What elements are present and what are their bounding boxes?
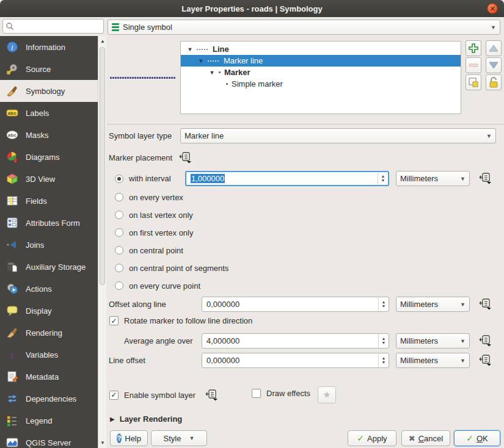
interval-spinbox[interactable]: 1,000000 ▲▼ — [185, 171, 389, 186]
expand-arrow-icon[interactable]: ▼ — [187, 46, 193, 52]
tree-row-line[interactable]: ▼ Line — [181, 43, 461, 55]
expand-arrow-icon[interactable]: ▼ — [209, 70, 215, 76]
symbol-layer-tree[interactable]: ▼ Line ▼ Marker line ▼ Marker Simple mar… — [180, 41, 461, 114]
duplicate-symbol-layer-button[interactable] — [466, 74, 481, 90]
enable-symbol-layer-row[interactable]: ✓ Enable symbol layer — [109, 389, 218, 401]
apply-button[interactable]: ✓ Apply — [348, 430, 396, 446]
radio-on-central-point[interactable]: on central point — [115, 244, 183, 256]
ok-button[interactable]: ✓ OK — [454, 430, 500, 446]
sidebar-item-dependencies[interactable]: Dependencies — [0, 388, 98, 410]
radio-on-every-curve-point[interactable]: on every curve point — [115, 280, 200, 292]
help-button[interactable]: ? Help — [110, 430, 148, 446]
sidebar-item-qgis-server[interactable]: QGIS Server — [0, 432, 98, 448]
sidebar-item-source[interactable]: Source — [0, 58, 98, 80]
scrollbar-handle[interactable] — [100, 47, 105, 285]
add-symbol-layer-button[interactable] — [466, 40, 481, 56]
svg-text:abc: abc — [8, 132, 16, 138]
expand-arrow-icon[interactable]: ▼ — [198, 58, 204, 64]
symbol-layer-type-combo[interactable]: Marker line ▼ — [180, 128, 496, 143]
search-input[interactable] — [14, 22, 103, 31]
sidebar-item-metadata[interactable]: Metadata — [0, 366, 98, 388]
radio-button-icon[interactable] — [115, 264, 123, 272]
offset-along-line-spinbox[interactable]: 0,000000 ▲▼ — [202, 297, 389, 312]
plus-icon — [468, 43, 479, 54]
chevron-down-icon: ▼ — [189, 435, 194, 441]
join-arrow-icon — [6, 239, 18, 251]
sidebar-item-masks[interactable]: abc Masks — [0, 124, 98, 146]
move-up-button[interactable] — [486, 40, 502, 56]
lock-color-button[interactable] — [486, 74, 502, 90]
symbol-type-combo[interactable]: Single symbol ▼ — [108, 20, 500, 35]
sidebar-item-attributes-form[interactable]: Attributes Form — [0, 212, 98, 234]
sidebar-item-information[interactable]: i Information — [0, 36, 98, 58]
data-defined-override-icon[interactable] — [205, 389, 218, 401]
spinner-arrows[interactable]: ▲▼ — [378, 334, 389, 348]
radio-on-every-vertex[interactable]: on every vertex — [115, 191, 183, 203]
spinner-arrows[interactable]: ▲▼ — [378, 353, 389, 367]
scroll-up-icon[interactable]: ▲ — [98, 38, 107, 44]
legend-list-icon — [6, 414, 18, 427]
style-button[interactable]: Style ▼ — [151, 430, 207, 446]
sidebar-item-variables[interactable]: ε Variables — [0, 344, 98, 366]
radio-button-icon[interactable] — [115, 246, 123, 255]
line-offset-units-combo[interactable]: Millimeters ▼ — [396, 353, 470, 368]
line-offset-spinbox[interactable]: 0,000000 ▲▼ — [202, 353, 389, 368]
tree-row-marker-line[interactable]: ▼ Marker line — [181, 55, 461, 67]
radio-button-icon[interactable] — [115, 228, 123, 237]
sidebar-item-symbology[interactable]: Symbology — [0, 80, 98, 102]
radio-button-icon[interactable] — [115, 281, 123, 290]
offset-units-combo[interactable]: Millimeters ▼ — [396, 297, 470, 312]
radio-on-central-point-of-segments[interactable]: on central point of segments — [115, 262, 228, 274]
radio-button-icon[interactable] — [115, 211, 123, 219]
sidebar-item-auxiliary-storage[interactable]: Auxiliary Storage — [0, 256, 98, 278]
sidebar-item-legend[interactable]: Legend — [0, 410, 98, 432]
cancel-button[interactable]: ✖ Cancel — [401, 430, 450, 446]
sidebar-item-fields[interactable]: Fields — [0, 190, 98, 212]
tree-row-marker[interactable]: ▼ Marker — [181, 67, 461, 78]
effects-options-button[interactable]: ★ — [318, 386, 336, 403]
checkbox-checked-icon[interactable]: ✓ — [109, 391, 119, 400]
sidebar-scrollbar[interactable]: ▲ ▼ — [98, 36, 106, 448]
sidebar-item-labels[interactable]: abc Labels — [0, 102, 98, 124]
average-angle-units-combo[interactable]: Millimeters ▼ — [396, 333, 470, 349]
average-angle-data-defined-button[interactable] — [476, 333, 494, 348]
remove-symbol-layer-button[interactable] — [466, 57, 481, 73]
tree-row-simple-marker[interactable]: Simple marker — [181, 78, 461, 90]
rotate-marker-checkbox-row[interactable]: ✓ Rotate marker to follow line direction — [109, 316, 252, 325]
data-defined-override-icon — [478, 334, 492, 347]
data-defined-override-icon[interactable] — [178, 151, 192, 164]
layer-rendering-section[interactable]: ▶ Layer Rendering — [110, 414, 182, 424]
close-icon[interactable]: ✕ — [487, 3, 498, 14]
offset-data-defined-button[interactable] — [476, 297, 494, 311]
speech-bubble-icon — [6, 305, 18, 317]
sidebar-item-rendering[interactable]: Rendering — [0, 322, 98, 344]
radio-button-icon[interactable] — [115, 193, 123, 201]
rendering-brush-icon — [6, 327, 18, 339]
sidebar-item-joins[interactable]: Joins — [0, 234, 98, 256]
spinner-arrows[interactable]: ▲▼ — [378, 172, 388, 185]
scroll-down-icon[interactable]: ▼ — [98, 440, 107, 446]
interval-data-defined-button[interactable] — [476, 171, 494, 186]
radio-on-last-vertex-only[interactable]: on last vertex only — [115, 209, 193, 221]
radio-with-interval[interactable]: with interval — [115, 171, 171, 186]
spin-down-icon: ▼ — [382, 361, 386, 364]
sidebar-item-diagrams[interactable]: Diagrams — [0, 146, 98, 168]
sidebar-search[interactable] — [2, 19, 104, 34]
draw-effects-row[interactable]: Draw effects — [252, 389, 310, 398]
sidebar-item-display[interactable]: Display — [0, 300, 98, 322]
marker-symbol-icon — [219, 71, 221, 73]
checkbox-checked-icon[interactable]: ✓ — [109, 316, 119, 325]
move-down-button[interactable] — [486, 57, 502, 73]
sidebar-item-actions[interactable]: Actions — [0, 278, 98, 300]
radio-button-icon[interactable] — [115, 175, 123, 183]
wrench-gear-icon — [6, 63, 18, 75]
open-lock-icon — [489, 77, 499, 88]
line-offset-data-defined-button[interactable] — [476, 353, 494, 367]
star-icon: ★ — [323, 389, 331, 400]
radio-on-first-vertex-only[interactable]: on first vertex only — [115, 226, 194, 239]
interval-units-combo[interactable]: Millimeters ▼ — [396, 171, 470, 186]
average-angle-spinbox[interactable]: 4,000000 ▲▼ — [202, 333, 389, 349]
checkbox-unchecked-icon[interactable] — [252, 389, 261, 398]
sidebar-item-3d-view[interactable]: 3D View — [0, 168, 98, 190]
spinner-arrows[interactable]: ▲▼ — [378, 297, 389, 311]
